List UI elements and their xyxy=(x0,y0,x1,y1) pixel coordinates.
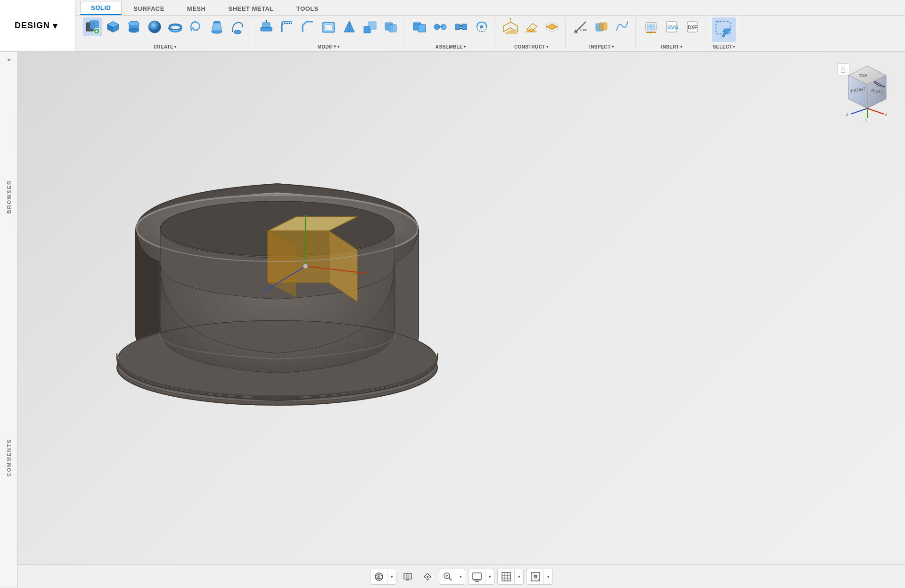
rigid-group-tool[interactable] xyxy=(452,17,470,36)
construct-label[interactable]: CONSTRUCT ▾ xyxy=(514,44,548,49)
svg-marker-51 xyxy=(546,24,558,30)
create-arrow: ▾ xyxy=(174,45,176,49)
assemble-arrow: ▾ xyxy=(464,45,466,49)
pan-tool[interactable] xyxy=(419,569,436,584)
draft-tool[interactable] xyxy=(340,17,359,36)
curvature-tool[interactable] xyxy=(613,17,632,36)
navigation-cube[interactable]: ⌂ TOP xyxy=(839,61,896,127)
svg-rect-26 xyxy=(325,24,332,30)
zoom-window-tool[interactable] xyxy=(439,569,456,584)
orbit-dropdown[interactable]: ▾ xyxy=(387,569,396,584)
tab-surface[interactable]: SURFACE xyxy=(123,2,175,15)
interference-tool[interactable] xyxy=(592,17,611,36)
display-dropdown[interactable]: ▾ xyxy=(485,569,494,584)
svg-text:SVG: SVG xyxy=(667,24,678,30)
capture-position-tool[interactable] xyxy=(399,569,416,584)
svg-text:DXF: DXF xyxy=(688,25,697,30)
browser-panel-label[interactable]: BROWSER xyxy=(0,67,17,327)
toolbar: DESIGN ▾ SOLID SURFACE MESH SHEET METAL … xyxy=(0,0,905,52)
assemble-label[interactable]: ASSEMBLE ▾ xyxy=(436,44,466,49)
inspect-arrow: ▾ xyxy=(612,45,614,49)
cylinder-tool[interactable] xyxy=(124,17,143,36)
zoom-tool-group: ▾ xyxy=(439,569,465,585)
measure-tool[interactable]: mm xyxy=(571,17,590,36)
insert-dxf-tool[interactable]: DXF xyxy=(683,17,702,36)
fillet-tool[interactable] xyxy=(278,17,296,36)
move-tool-group: ▾ xyxy=(370,569,396,585)
new-component-tool[interactable] xyxy=(83,17,102,36)
svg-marker-69 xyxy=(722,29,731,37)
new-component-assemble-tool[interactable] xyxy=(410,17,429,36)
svg-point-20 xyxy=(234,30,241,34)
insert-mesh-tool[interactable] xyxy=(642,17,660,36)
inspect-group: mm INSP xyxy=(568,17,636,49)
press-pull-tool[interactable] xyxy=(257,17,276,36)
zoom-dropdown[interactable]: ▾ xyxy=(456,569,465,584)
sidebar-collapse-button[interactable]: » xyxy=(0,52,18,67)
torus-tool[interactable] xyxy=(166,17,185,36)
tab-solid[interactable]: SOLID xyxy=(80,1,122,15)
box-tool[interactable] xyxy=(104,17,123,36)
combine-tool[interactable] xyxy=(381,17,400,36)
svg-rect-34 xyxy=(418,24,426,32)
sphere-tool[interactable] xyxy=(145,17,164,36)
insert-svg-tool[interactable]: SVG xyxy=(662,17,681,36)
tab-sheet-metal[interactable]: SHEET METAL xyxy=(217,2,284,15)
svg-text:Z: Z xyxy=(846,113,848,117)
grid-settings-tool[interactable] xyxy=(498,569,515,584)
shell-tool[interactable] xyxy=(319,17,338,36)
display-settings-tool[interactable] xyxy=(469,569,485,584)
create-label[interactable]: CREATE ▾ xyxy=(154,44,176,49)
select-label[interactable]: SELECT ▾ xyxy=(713,44,735,49)
svg-line-110 xyxy=(449,578,452,580)
viewport[interactable]: ⌂ TOP xyxy=(18,52,905,564)
insert-label[interactable]: INSERT ▾ xyxy=(661,44,683,49)
chamfer-tool[interactable] xyxy=(298,17,317,36)
svg-rect-105 xyxy=(404,573,411,579)
sweep-tool[interactable] xyxy=(228,17,247,36)
plane-at-angle-tool[interactable] xyxy=(522,17,541,36)
svg-rect-113 xyxy=(473,573,481,580)
svg-line-96 xyxy=(851,108,867,114)
svg-point-14 xyxy=(148,21,161,33)
design-label: DESIGN xyxy=(15,21,50,31)
svg-text:Y: Y xyxy=(865,118,868,122)
coil-tool[interactable] xyxy=(187,17,206,36)
orbit-tool[interactable] xyxy=(370,569,387,584)
loft-tool[interactable] xyxy=(207,17,226,36)
svg-rect-32 xyxy=(389,24,396,32)
tab-mesh[interactable]: MESH xyxy=(176,2,217,15)
scale-tool[interactable] xyxy=(361,17,379,36)
joint-tool[interactable] xyxy=(431,17,450,36)
tab-tools[interactable]: TOOLS xyxy=(286,2,329,15)
grid-dropdown[interactable]: ▾ xyxy=(515,569,523,584)
svg-rect-22 xyxy=(263,23,270,27)
design-dropdown-arrow: ▾ xyxy=(53,21,58,31)
midplane-tool[interactable] xyxy=(543,17,561,36)
home-view-button[interactable]: ⌂ xyxy=(837,63,849,75)
select-tool[interactable] xyxy=(712,17,736,42)
tab-bar: SOLID SURFACE MESH SHEET METAL TOOLS xyxy=(75,0,905,16)
modify-group: MODIFY ▾ xyxy=(253,17,404,49)
select-icons xyxy=(712,17,736,42)
motion-link-tool[interactable] xyxy=(472,17,491,36)
create-group: CREATE ▾ xyxy=(79,17,251,49)
snap-tool-group: ▾ xyxy=(527,569,553,585)
snap-settings-tool[interactable] xyxy=(527,569,544,584)
modify-label[interactable]: MODIFY ▾ xyxy=(318,44,340,49)
svg-rect-19 xyxy=(214,21,220,23)
display-tool-group: ▾ xyxy=(468,569,494,585)
svg-point-85 xyxy=(303,264,308,269)
snap-dropdown[interactable]: ▾ xyxy=(544,569,552,584)
svg-point-12 xyxy=(129,28,139,33)
svg-point-106 xyxy=(406,575,409,578)
comments-panel-label[interactable]: COMMENTS xyxy=(0,327,17,588)
bottom-bar: ▾ ▾ xyxy=(18,564,905,588)
inspect-label[interactable]: INSPECT ▾ xyxy=(589,44,614,49)
svg-marker-104 xyxy=(377,575,380,578)
design-button[interactable]: DESIGN ▾ xyxy=(0,0,75,51)
svg-rect-117 xyxy=(502,572,510,581)
offset-plane-tool[interactable] xyxy=(501,17,520,36)
modify-icons xyxy=(257,17,400,36)
tool-groups: CREATE ▾ xyxy=(75,16,905,51)
